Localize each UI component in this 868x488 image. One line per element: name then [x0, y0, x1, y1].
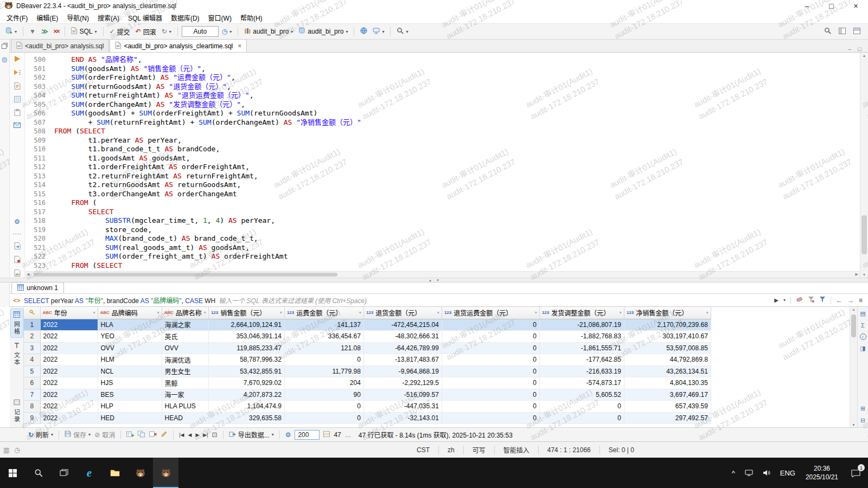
table-cell[interactable]: 44,792,869.8: [624, 354, 711, 366]
table-cell[interactable]: -21,086,807.19: [539, 319, 624, 331]
taskbar-search-button[interactable]: [25, 458, 51, 488]
table-cell[interactable]: 0: [442, 331, 539, 343]
table-cell[interactable]: 0: [284, 401, 363, 413]
table-cell[interactable]: -177,642.85: [539, 354, 624, 366]
code-line[interactable]: 506 SUM(goodsAmt) + SUM(orderFreightAmt)…: [25, 109, 860, 118]
code-line[interactable]: 505 SUM(orderChangeAmt) AS "发货调整金额（元）",: [25, 100, 860, 110]
table-cell[interactable]: -472,454,215.04: [363, 319, 442, 331]
filter-settings-icon[interactable]: [819, 296, 826, 304]
table-cell[interactable]: OVV: [98, 342, 162, 354]
execute-script-button[interactable]: ≫: [39, 27, 50, 36]
scroll-up-icon[interactable]: ▲: [850, 307, 857, 311]
table-cell[interactable]: 2022: [40, 342, 98, 354]
history-forward-icon[interactable]: →: [847, 297, 854, 304]
table-cell[interactable]: -32,143.01: [363, 412, 442, 424]
table-cell[interactable]: 2022: [40, 319, 98, 331]
collapse-up-icon[interactable]: ▲: [429, 279, 432, 282]
table-cell[interactable]: 53,432,855.91: [208, 365, 284, 377]
export-doc-icon[interactable]: [14, 242, 21, 251]
code-line[interactable]: 503 SUM(returnGoodsAmt) AS "退货金额（元）",: [25, 82, 860, 92]
column-header-8[interactable]: 123净销售金额（元）▾: [624, 307, 711, 319]
network-tray-icon[interactable]: [740, 458, 758, 488]
table-cell[interactable]: -447,035.31: [363, 401, 442, 413]
table-cell[interactable]: -64,426,789.99: [363, 342, 442, 354]
column-header-2[interactable]: ABC品牌名称▾: [162, 307, 208, 319]
table-cell[interactable]: 297,492.57: [624, 412, 711, 424]
code-line[interactable]: 511 t1.goodsAmt AS goodsAmt,: [25, 154, 860, 163]
start-button[interactable]: [0, 458, 25, 488]
table-cell[interactable]: 5,605.52: [539, 389, 624, 401]
table-cell[interactable]: 0: [442, 412, 539, 424]
code-line[interactable]: 501 SUM(goodsAmt) AS "销售金额（元）",: [25, 65, 860, 74]
statusbar-item-4[interactable]: 474 : 1 : 21066: [539, 442, 599, 458]
database-navigator-icon[interactable]: [2, 57, 8, 65]
menu-item-7[interactable]: 帮助(H): [236, 11, 267, 24]
editor-hscroll-thumb[interactable]: [34, 273, 337, 277]
more-icon[interactable]: …: [345, 431, 352, 439]
table-cell[interactable]: -216,633.19: [539, 365, 624, 377]
tab-close-icon[interactable]: ×: [238, 42, 241, 50]
table-cell[interactable]: 0: [442, 354, 539, 366]
table-cell[interactable]: 男生女生: [162, 365, 208, 377]
code-line[interactable]: 504 SUM(returnFreightAmt) AS "退货运费金额（元）"…: [25, 91, 860, 100]
scroll-right-icon[interactable]: ▶: [856, 272, 858, 277]
code-line[interactable]: 523 FROM (SELECT: [25, 261, 860, 271]
column-header-0[interactable]: ABC年份▾: [40, 307, 98, 319]
table-cell[interactable]: YEO: [98, 331, 162, 343]
stop-button[interactable]: ××: [51, 27, 61, 36]
table-cell[interactable]: 2,664,109,124.91: [208, 319, 284, 331]
table-cell[interactable]: -1,861,555.71: [539, 342, 624, 354]
edit-cell-icon[interactable]: [161, 431, 168, 439]
column-filter-icon[interactable]: ▾: [706, 310, 709, 315]
add-row-icon[interactable]: [126, 431, 134, 439]
clipboard-icon[interactable]: [14, 109, 21, 117]
grid-vertical-scrollbar[interactable]: ▲ ▼: [850, 307, 857, 427]
metadata-panel-icon[interactable]: i: [860, 333, 866, 340]
internet-explorer-button[interactable]: e: [76, 458, 102, 488]
column-header-5[interactable]: 123退货金额（元）▾: [363, 307, 442, 319]
clear-filter-icon[interactable]: [808, 296, 814, 304]
tab-analysis-sql[interactable]: <audit_bi_pro> analysis.sql: [11, 39, 109, 52]
menu-item-4[interactable]: SQL 编辑器: [124, 11, 167, 24]
table-cell[interactable]: -2,292,129.5: [363, 377, 442, 389]
table-cell[interactable]: 90: [284, 389, 363, 401]
time-panel-icon[interactable]: ◷: [14, 446, 20, 454]
eraser-icon[interactable]: [796, 297, 803, 304]
tab-analysis-cleartime-sql[interactable]: <audit_bi_pro> analysis_cleartime.sql ×: [110, 39, 247, 52]
presentation-tab-1[interactable]: 文本: [11, 340, 23, 368]
code-line[interactable]: 514 t2.returnGoodsAmt AS returnGoodsAmt,: [25, 181, 860, 190]
aggregate-panel-icon[interactable]: Σ: [861, 322, 865, 329]
editor-horizontal-scrollbar[interactable]: ◀ ▶: [25, 271, 860, 278]
table-cell[interactable]: 2,170,709,239.68: [624, 319, 711, 331]
column-filter-icon[interactable]: ▾: [204, 310, 206, 315]
code-line[interactable]: 512 t1.orderFreightAmt AS orderFreightAm…: [25, 163, 860, 172]
references-panel-icon[interactable]: ◨: [860, 345, 865, 352]
editor-vscroll-thumb[interactable]: [861, 215, 867, 254]
table-cell[interactable]: 英氏: [162, 331, 208, 343]
table-cell[interactable]: 0: [442, 401, 539, 413]
task-panel-icon[interactable]: ▥: [3, 446, 9, 454]
fetch-settings-gear-icon[interactable]: ⚙: [285, 431, 291, 439]
column-header-7[interactable]: 123发货调整金额（元）▾: [539, 307, 624, 319]
row-number-cell[interactable]: 9: [24, 412, 40, 424]
history-back-icon[interactable]: ←: [836, 297, 843, 304]
row-number-cell[interactable]: 8: [24, 401, 40, 413]
row-number-cell[interactable]: 6: [24, 377, 40, 389]
scroll-left-icon[interactable]: ◀: [27, 272, 29, 277]
value-panel-icon[interactable]: ▤: [860, 310, 865, 317]
restore-panel-icon[interactable]: [2, 43, 8, 50]
row-number-cell[interactable]: 4: [24, 354, 40, 366]
collapse-panel-icon[interactable]: ⊟: [860, 417, 865, 424]
table-cell[interactable]: 2022: [40, 331, 98, 343]
table-cell[interactable]: 141,137: [284, 319, 363, 331]
table-cell[interactable]: 4,207,873.22: [208, 389, 284, 401]
table-cell[interactable]: 0: [442, 342, 539, 354]
column-filter-icon[interactable]: ▾: [280, 310, 282, 315]
table-cell[interactable]: 0: [284, 412, 363, 424]
table-cell[interactable]: 海澜优选: [162, 354, 208, 366]
script-icon[interactable]: [14, 82, 21, 91]
row-number-cell[interactable]: 1: [24, 319, 40, 331]
doc-chart-icon[interactable]: [14, 269, 21, 278]
transaction-log-button[interactable]: ◷ ▾: [220, 27, 234, 36]
table-cell[interactable]: HED: [98, 412, 162, 424]
